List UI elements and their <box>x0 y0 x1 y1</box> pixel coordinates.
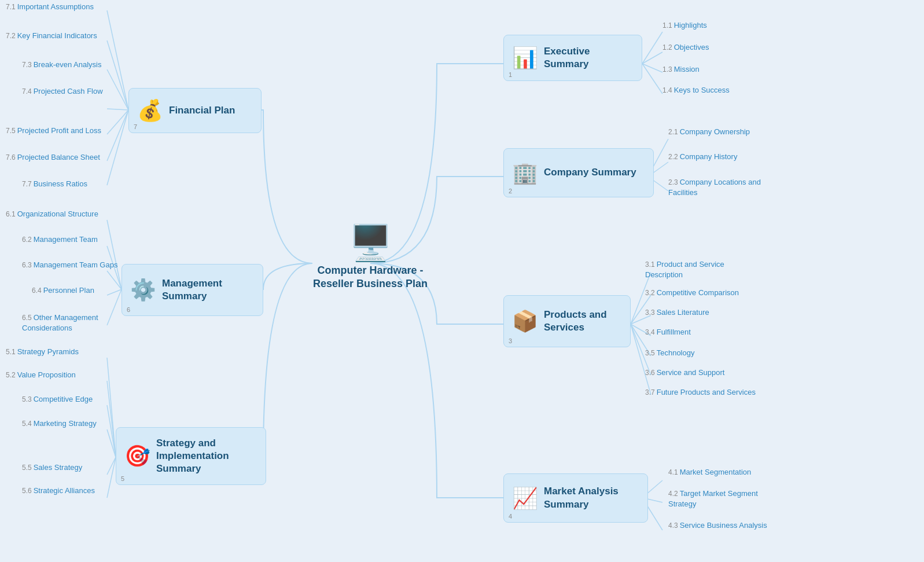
financial-icon: 💰 <box>137 98 163 123</box>
sub-mgmt-3[interactable]: 6.3Management Team Gaps <box>22 260 117 269</box>
branch-products[interactable]: 📦 Products and Services 3 <box>503 295 631 347</box>
company-icon: 🏢 <box>512 161 538 185</box>
sub-mkt-2[interactable]: 4.2Target Market Segment Strategy <box>668 488 784 509</box>
management-num: 6 <box>127 306 130 313</box>
sub-prod-5[interactable]: 3.5Technology <box>645 348 694 357</box>
svg-line-9 <box>631 315 651 324</box>
svg-line-3 <box>642 64 662 94</box>
sub-prod-4[interactable]: 3.4Fulfillment <box>645 328 691 336</box>
svg-line-1 <box>642 52 662 64</box>
products-num: 3 <box>509 337 512 344</box>
sub-prod-3[interactable]: 3.3Sales Literature <box>645 308 709 317</box>
market-num: 4 <box>509 513 512 520</box>
svg-line-29 <box>107 358 116 457</box>
sub-mgmt-1[interactable]: 6.1Organizational Structure <box>6 210 98 218</box>
company-num: 2 <box>509 188 512 194</box>
sub-prod-6[interactable]: 3.6Service and Support <box>645 368 724 377</box>
sub-strat-3[interactable]: 5.3Competitive Edge <box>22 395 93 403</box>
center-label: Computer Hardware - Reseller Business Pl… <box>312 264 428 291</box>
sub-company-3[interactable]: 2.3Company Locations and Facilities <box>668 177 784 198</box>
branch-strategy[interactable]: 🎯 Strategy and Implementation Summary 5 <box>116 427 266 485</box>
sub-fin-5[interactable]: 7.5Projected Profit and Loss <box>6 126 101 135</box>
branch-market[interactable]: 📈 Market Analysis Summary 4 <box>503 473 648 523</box>
sub-strat-1[interactable]: 5.1Strategy Pyramids <box>6 347 79 356</box>
svg-line-33 <box>107 457 116 475</box>
sub-exec-1[interactable]: 1.1Highlights <box>662 21 707 30</box>
mind-map: 🖥️ Computer Hardware - Reseller Business… <box>0 0 924 562</box>
market-icon: 📈 <box>512 486 538 510</box>
sub-strat-2[interactable]: 5.2Value Proposition <box>6 370 76 379</box>
sub-mkt-1[interactable]: 4.1Market Segmentation <box>668 468 751 476</box>
center-icon: 🖥️ <box>312 226 428 260</box>
svg-line-22 <box>107 110 128 161</box>
branch-company-summary[interactable]: 🏢 Company Summary 2 <box>503 148 654 197</box>
sub-company-2[interactable]: 2.2Company History <box>668 152 737 161</box>
sub-prod-7[interactable]: 3.7Future Products and Services <box>645 388 756 396</box>
exec-label: Executive Summary <box>544 45 634 71</box>
sub-fin-6[interactable]: 7.6Projected Balance Sheet <box>6 153 100 161</box>
svg-line-30 <box>107 381 116 457</box>
sub-exec-4[interactable]: 1.4Keys to Success <box>662 86 730 94</box>
svg-line-23 <box>107 110 128 185</box>
sub-exec-2[interactable]: 1.2Objectives <box>662 43 709 52</box>
sub-strat-5[interactable]: 5.5Sales Strategy <box>22 463 82 472</box>
management-icon: ⚙️ <box>130 278 156 302</box>
branch-management[interactable]: ⚙️ Management Summary 6 <box>122 264 263 316</box>
svg-line-0 <box>642 32 662 64</box>
exec-icon: 📊 <box>512 46 538 70</box>
svg-line-24 <box>107 220 122 289</box>
market-label: Market Analysis Summary <box>544 485 619 510</box>
products-icon: 📦 <box>512 309 538 333</box>
svg-line-32 <box>107 429 116 457</box>
svg-line-26 <box>107 271 122 289</box>
svg-line-2 <box>642 64 662 72</box>
svg-line-31 <box>107 405 116 457</box>
svg-line-34 <box>107 457 116 498</box>
sub-prod-1[interactable]: 3.1Product and Service Description <box>645 259 755 280</box>
company-label: Company Summary <box>544 166 636 179</box>
strategy-num: 5 <box>121 475 124 482</box>
sub-mgmt-4[interactable]: 6.4Personnel Plan <box>32 286 94 295</box>
sub-exec-3[interactable]: 1.3Mission <box>662 65 700 74</box>
branch-financial[interactable]: 💰 Financial Plan 7 <box>128 88 262 133</box>
sub-strat-4[interactable]: 5.4Marketing Strategy <box>22 419 97 428</box>
svg-line-27 <box>107 289 122 295</box>
sub-fin-3[interactable]: 7.3Break-even Analysis <box>22 60 101 69</box>
sub-mgmt-5[interactable]: 6.5Other Management Considerations <box>22 313 123 333</box>
svg-line-18 <box>107 41 128 110</box>
sub-fin-4[interactable]: 7.4Projected Cash Flow <box>22 87 103 95</box>
products-label: Products and Services <box>544 308 607 334</box>
svg-line-19 <box>107 69 128 110</box>
sub-fin-2[interactable]: 7.2Key Financial Indicators <box>6 31 97 40</box>
financial-num: 7 <box>134 123 137 130</box>
svg-line-17 <box>107 10 128 110</box>
exec-num: 1 <box>509 71 512 78</box>
sub-mgmt-2[interactable]: 6.2Management Team <box>22 235 98 244</box>
financial-label: Financial Plan <box>169 104 235 117</box>
center-node: 🖥️ Computer Hardware - Reseller Business… <box>312 226 428 291</box>
branch-executive-summary[interactable]: 📊 Executive Summary 1 <box>503 35 642 81</box>
sub-strat-6[interactable]: 5.6Strategic Alliances <box>22 486 95 495</box>
svg-line-21 <box>107 110 128 134</box>
sub-prod-2[interactable]: 3.2Competitive Comparison <box>645 288 739 297</box>
strategy-icon: 🎯 <box>124 444 150 468</box>
management-label: Management Summary <box>162 277 222 303</box>
sub-company-1[interactable]: 2.1Company Ownership <box>668 127 750 136</box>
sub-fin-7[interactable]: 7.7Business Ratios <box>22 179 87 188</box>
strategy-label: Strategy and Implementation Summary <box>156 437 229 475</box>
sub-mkt-3[interactable]: 4.3Service Business Analysis <box>668 521 767 530</box>
sub-fin-1[interactable]: 7.1Important Assumptions <box>6 2 94 11</box>
svg-line-20 <box>107 109 128 110</box>
